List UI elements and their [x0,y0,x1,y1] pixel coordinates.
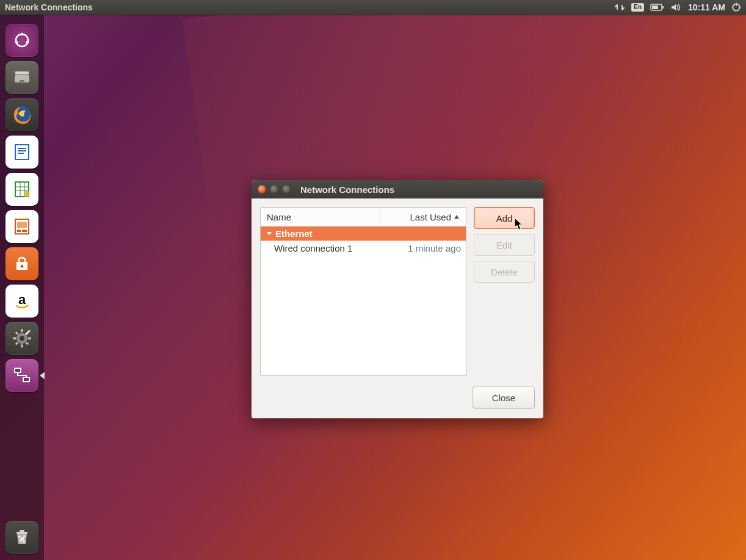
launcher-impress-icon[interactable] [5,210,38,243]
svg-line-36 [16,332,18,334]
svg-rect-1 [662,6,664,9]
launcher-amazon-icon[interactable]: a [5,285,38,318]
svg-rect-42 [15,369,20,372]
svg-rect-5 [736,3,737,6]
keyboard-indicator[interactable]: En [631,0,644,15]
svg-point-28 [21,265,24,268]
svg-rect-15 [18,148,26,149]
svg-rect-27 [22,230,27,232]
window-close-icon[interactable] [258,185,266,194]
desktop-background: Network Connections En 10: [0,0,746,560]
clock-indicator[interactable]: 10:11 AM [688,0,725,15]
column-last-used-label: Last Used [410,212,451,222]
svg-point-7 [21,33,24,36]
add-button[interactable]: Add [474,207,535,229]
launcher-settings-icon[interactable] [5,322,38,355]
sort-ascending-icon [454,214,460,220]
svg-rect-45 [20,530,24,532]
svg-rect-26 [17,230,21,232]
svg-rect-16 [18,150,26,151]
top-menubar: Network Connections En 10: [0,0,746,15]
dialog-side-buttons: Add Edit Delete [474,207,535,376]
svg-point-48 [23,535,26,537]
svg-line-37 [26,343,28,344]
edit-button[interactable]: Edit [474,234,535,256]
column-name[interactable]: Name [261,208,380,226]
keyboard-language-label: En [631,3,644,12]
svg-point-49 [20,539,22,542]
menubar-app-title: Network Connections [5,2,93,12]
launcher-firefox-icon[interactable] [5,98,38,131]
column-last-used[interactable]: Last Used [380,208,466,226]
svg-rect-12 [20,80,24,82]
svg-rect-43 [24,378,29,381]
session-indicator-icon[interactable] [731,0,741,15]
svg-rect-44 [16,532,27,534]
svg-rect-23 [25,191,29,197]
svg-rect-25 [17,222,27,228]
group-ethernet[interactable]: Ethernet [261,227,466,241]
launcher-trash-icon[interactable] [5,521,38,554]
dialog-title: Network Connections [300,184,394,195]
svg-rect-10 [15,71,29,75]
table-row[interactable]: Wired connection 1 1 minute ago [261,241,466,256]
connections-list[interactable]: Name Last Used Ethernet Wired connection… [260,207,466,376]
svg-point-46 [18,536,21,538]
launcher-software-icon[interactable] [5,247,38,280]
launcher-network-connections-icon[interactable] [5,359,38,392]
network-connections-dialog: Network Connections Name Last Used Ether… [252,180,543,418]
list-header: Name Last Used [261,208,466,227]
dialog-footer: Close [252,384,543,418]
svg-point-31 [20,336,24,341]
svg-rect-17 [18,153,24,154]
delete-button[interactable]: Delete [474,261,535,283]
svg-text:a: a [18,292,26,307]
launcher-calc-icon[interactable] [5,173,38,206]
row-last-used: 1 minute ago [388,243,466,253]
svg-point-50 [23,540,25,543]
svg-line-39 [16,343,18,344]
list-rows: Ethernet Wired connection 1 1 minute ago [261,227,466,375]
unity-launcher: a [0,15,44,560]
row-name: Wired connection 1 [261,243,388,253]
launcher-writer-icon[interactable] [5,136,38,169]
dialog-titlebar[interactable]: Network Connections [252,180,543,198]
svg-point-6 [16,34,28,46]
launcher-dash-icon[interactable] [5,24,38,57]
svg-rect-14 [15,145,29,159]
network-indicator-icon[interactable] [614,0,625,15]
close-button[interactable]: Close [473,387,535,409]
sound-indicator-icon[interactable] [671,0,682,15]
window-minimize-icon[interactable] [270,185,278,194]
battery-indicator-icon[interactable] [650,0,665,15]
launcher-files-icon[interactable] [5,61,38,94]
svg-rect-2 [652,5,658,9]
window-maximize-icon[interactable] [282,185,291,194]
svg-point-8 [26,41,29,44]
svg-point-9 [15,41,18,44]
